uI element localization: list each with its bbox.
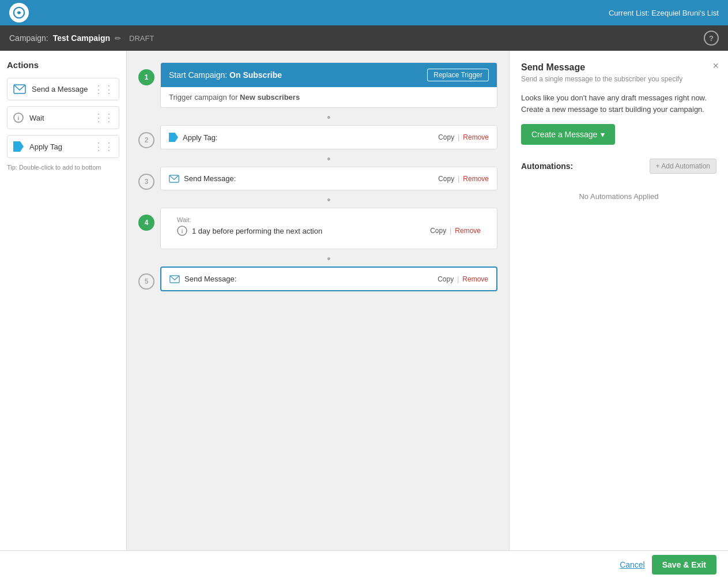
sidebar-title: Actions	[7, 60, 119, 70]
tag-icon	[169, 133, 178, 142]
chevron-down-icon: ▾	[601, 130, 605, 139]
panel-subtitle: Send a single message to the subscriber …	[521, 75, 716, 83]
step-3-remove[interactable]: Remove	[463, 175, 489, 183]
wait-icon: i	[177, 226, 187, 236]
app-logo[interactable]	[9, 3, 29, 22]
apply-tag-label: Apply Tag	[29, 142, 62, 151]
svg-marker-4	[13, 141, 24, 152]
step-4-number: 4	[138, 215, 154, 231]
svg-text:i: i	[182, 228, 183, 234]
step-5-label: Send Message:	[184, 275, 236, 283]
campaign-name: Test Campaign	[53, 33, 110, 43]
mail-icon	[169, 175, 179, 183]
wait-section-label: Wait:	[169, 213, 489, 223]
step-2-card[interactable]: Apply Tag: Copy | Remove	[160, 125, 497, 149]
replace-trigger-button[interactable]: Replace Trigger	[427, 69, 489, 81]
step-1-body: Trigger campaign for New subscribers	[161, 87, 497, 107]
step-2-label: Apply Tag:	[183, 133, 217, 142]
step-1-card[interactable]: Start Campaign: On Subscribe Replace Tri…	[160, 62, 497, 108]
sub-nav: Campaign: Test Campaign ✏ DRAFT ?	[0, 25, 728, 51]
step-4-copy[interactable]: Copy	[430, 227, 446, 235]
mail-icon	[169, 275, 180, 283]
wait-icon: i	[13, 112, 24, 123]
right-panel: × Send Message Send a single message to …	[509, 51, 728, 550]
sidebar-item-wait[interactable]: i Wait ⋮⋮	[7, 106, 119, 129]
drag-handle: ⋮⋮	[93, 141, 114, 152]
wait-label: Wait	[29, 114, 44, 122]
step-5-number: 5	[138, 273, 154, 290]
panel-close-button[interactable]: ×	[712, 60, 719, 72]
tag-icon	[13, 141, 24, 152]
step-3-label: Send Message:	[184, 174, 236, 183]
step-4-wrapper: 4 Wait: i 1 day before performing the ne…	[138, 208, 497, 249]
step-1-header-text: Start Campaign: On Subscribe	[169, 70, 282, 80]
panel-title: Send Message	[521, 62, 716, 73]
step-4-card[interactable]: Wait: i 1 day before performing the next…	[160, 208, 497, 249]
top-nav: Current List: Ezequiel Bruni's List	[0, 0, 728, 25]
add-automation-button[interactable]: + Add Automation	[650, 159, 716, 174]
automations-header: Automations: + Add Automation	[521, 159, 716, 174]
step-5-card[interactable]: Send Message: Copy | Remove	[160, 267, 497, 291]
step-3-number: 3	[138, 174, 154, 190]
connector-2: •	[160, 152, 497, 167]
main-layout: Actions Send a Message ⋮⋮ i Wait ⋮⋮ Appl…	[0, 51, 728, 550]
step-1-header: Start Campaign: On Subscribe Replace Tri…	[161, 63, 497, 87]
cancel-button[interactable]: Cancel	[620, 560, 645, 569]
svg-marker-5	[169, 133, 178, 142]
current-list-label: Current List: Ezequiel Bruni's List	[609, 9, 719, 17]
help-button[interactable]: ?	[704, 31, 719, 46]
mail-icon	[13, 84, 26, 94]
step-2-number: 2	[138, 132, 154, 148]
step-1-number: 1	[138, 69, 154, 85]
step-5-remove[interactable]: Remove	[462, 275, 488, 283]
step-5-copy[interactable]: Copy	[437, 275, 454, 283]
step-1-wrapper: 1 Start Campaign: On Subscribe Replace T…	[138, 62, 497, 108]
draft-badge: DRAFT	[129, 34, 154, 43]
sidebar-item-apply-tag[interactable]: Apply Tag ⋮⋮	[7, 135, 119, 158]
connector-1: •	[160, 110, 497, 125]
step-3-card[interactable]: Send Message: Copy | Remove	[160, 167, 497, 190]
campaign-label: Campaign:	[9, 33, 48, 43]
step-3-row: Send Message: Copy | Remove	[161, 167, 497, 190]
save-exit-button[interactable]: Save & Exit	[652, 555, 716, 575]
canvas: 1 Start Campaign: On Subscribe Replace T…	[127, 51, 509, 550]
step-4-wait-text: 1 day before performing the next action	[192, 227, 322, 235]
send-message-label: Send a Message	[32, 85, 88, 93]
no-automations-text: No Automations Applied	[521, 181, 716, 212]
step-2-copy[interactable]: Copy	[438, 133, 454, 141]
step-4-remove[interactable]: Remove	[455, 227, 481, 235]
sidebar-item-send-message[interactable]: Send a Message ⋮⋮	[7, 78, 119, 100]
bottom-bar: Cancel Save & Exit	[0, 550, 728, 578]
step-5-row: Send Message: Copy | Remove	[161, 268, 496, 290]
automations-section: Automations: + Add Automation No Automat…	[521, 159, 716, 212]
sidebar-tip: Tip: Double-click to add to bottom	[7, 164, 119, 171]
svg-text:i: i	[18, 115, 20, 121]
automations-title: Automations:	[521, 162, 573, 171]
wait-body: i 1 day before performing the next actio…	[169, 223, 489, 243]
create-message-button[interactable]: Create a Message ▾	[521, 124, 615, 145]
step-2-remove[interactable]: Remove	[463, 133, 489, 141]
step-3-wrapper: 3 Send Message: Copy | Remove	[138, 167, 497, 190]
step-5-wrapper: 5 Send Message: Copy | Remove	[138, 267, 497, 291]
connector-4: •	[160, 252, 497, 267]
connector-3: •	[160, 193, 497, 208]
sidebar: Actions Send a Message ⋮⋮ i Wait ⋮⋮ Appl…	[0, 51, 127, 550]
edit-campaign-icon[interactable]: ✏	[115, 34, 121, 43]
drag-handle: ⋮⋮	[93, 112, 114, 123]
panel-info-text: Looks like you don't have any draft mess…	[521, 92, 716, 115]
step-2-row: Apply Tag: Copy | Remove	[161, 126, 497, 149]
step-3-copy[interactable]: Copy	[438, 175, 454, 183]
step-2-wrapper: 2 Apply Tag: Copy | Remove	[138, 125, 497, 149]
drag-handle: ⋮⋮	[93, 84, 114, 95]
